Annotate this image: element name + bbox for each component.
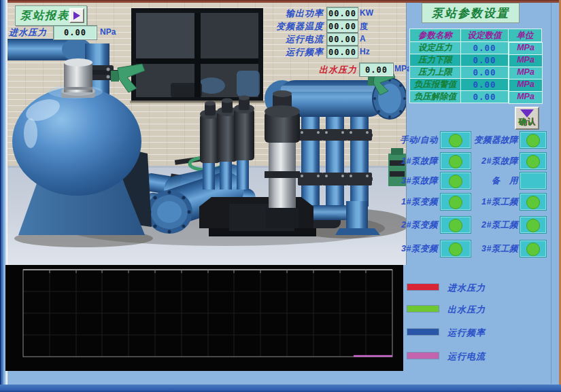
- lamp-pump3-mains: [520, 240, 546, 257]
- lamp-pump2-mains: [520, 217, 546, 233]
- output-power-unit: KW: [360, 8, 373, 18]
- play-triangle-icon: [73, 12, 80, 20]
- indicator-label-vfd-fault: 变频器故障: [471, 135, 518, 145]
- run-current-unit: A: [360, 34, 366, 43]
- neg-pressure-alarm-input[interactable]: 0.00: [461, 79, 509, 91]
- bottom-frame-bar: [0, 385, 561, 392]
- report-nav-box[interactable]: [69, 8, 84, 23]
- inverter-temp-value: 00.00: [326, 20, 358, 33]
- neg-pressure-release-input[interactable]: 0.00: [461, 91, 509, 103]
- run-frequency-unit: Hz: [360, 47, 370, 56]
- lamp-pump2-vfd: [441, 217, 471, 233]
- report-button-label: 泵站报表: [20, 9, 69, 23]
- legend-swatch-inlet-pressure: [407, 284, 439, 290]
- lamp-pump1-mains: [520, 194, 546, 210]
- outlet-pressure-label: 出水压力: [303, 64, 357, 76]
- table-row: 压力上限 0.00 MPa: [410, 67, 542, 79]
- run-current-value: 00.00: [326, 33, 358, 46]
- indicator-label-pump2-mains: 2#泵工频: [471, 219, 518, 230]
- output-power-value: 00.00: [326, 7, 358, 20]
- run-current-label: 运行电流: [264, 33, 324, 45]
- lamp-vfd-fault: [520, 132, 546, 148]
- table-row: 设定压力 0.00 MPa: [410, 42, 542, 54]
- outlet-pressure-value: 0.00: [359, 63, 394, 77]
- lamp-dot: [449, 196, 462, 209]
- lamp-pump3-fault: [441, 173, 471, 189]
- settings-table-header: 参数名称 设定数值 单位: [410, 29, 542, 42]
- confirm-button-label: 确认: [518, 116, 536, 128]
- indicator-label-pump3-vfd: 3#泵变频: [397, 243, 438, 254]
- lamp-pump2-fault: [520, 153, 546, 169]
- report-button[interactable]: 泵站报表: [15, 5, 87, 26]
- pump-motors: [200, 96, 254, 164]
- indicator-label-pump3-fault: 3#泵故障: [397, 175, 438, 186]
- header-param-name: 参数名称: [410, 29, 461, 42]
- run-frequency-label: 运行频率: [264, 46, 324, 58]
- table-row: 负压解除值 0.00 MPa: [410, 91, 542, 103]
- lamp-dot: [449, 134, 462, 147]
- lamp-dot: [449, 243, 462, 256]
- inverter-temp-unit: 度: [360, 21, 368, 33]
- inlet-pressure-label: 进水压力: [9, 26, 47, 39]
- output-power-label: 输出功率: [264, 7, 324, 19]
- lamp-spare: [520, 173, 546, 189]
- pressure-low-input[interactable]: 0.00: [461, 54, 509, 67]
- trend-chart: [5, 265, 403, 371]
- lamp-pump3-vfd: [441, 240, 471, 257]
- lamp-dot: [526, 243, 540, 256]
- lamp-dot: [526, 134, 540, 147]
- legend-swatch-run-frequency: [407, 329, 439, 335]
- inlet-pressure-unit: NPa: [100, 27, 116, 37]
- header-set-value: 设定数值: [461, 29, 509, 42]
- run-frequency-value: 00.00: [326, 46, 358, 58]
- indicator-label-spare: 备 用: [471, 175, 518, 186]
- settings-table: 参数名称 设定数值 单位 设定压力 0.00 MPa 压力下限 0.00 MPa…: [409, 29, 542, 103]
- indicator-label-pump1-vfd: 1#泵变频: [397, 196, 438, 207]
- panel-divider: [551, 3, 551, 384]
- indicator-label-pump1-mains: 1#泵工频: [471, 196, 518, 207]
- lamp-pump1-fault: [441, 153, 471, 169]
- indicator-label-manual-auto: 手动/自动: [397, 135, 438, 145]
- legend-swatch-run-current: [407, 353, 439, 359]
- lamp-dot: [526, 155, 540, 168]
- lamp-manual-auto: [441, 132, 471, 148]
- inlet-pressure-value: 0.00: [53, 25, 97, 40]
- legend-label-run-frequency: 运行频率: [447, 327, 486, 339]
- table-row: 压力下限 0.00 MPa: [410, 54, 542, 67]
- legend-swatch-outlet-pressure: [407, 306, 439, 312]
- inverter-temp-label: 变频器温度: [264, 20, 324, 32]
- indicator-label-pump3-mains: 3#泵工频: [471, 243, 518, 254]
- pressure-high-input[interactable]: 0.00: [461, 67, 509, 79]
- lamp-dot: [526, 196, 540, 209]
- header-unit: 单位: [509, 29, 542, 42]
- legend-label-run-current: 运行电流: [447, 351, 486, 363]
- lamp-pump1-vfd: [441, 194, 471, 210]
- outlet-pressure-unit: MPa: [394, 64, 411, 73]
- lamp-dot: [526, 219, 540, 232]
- table-row: 负压报警值 0.00 MPa: [410, 79, 542, 91]
- indicator-label-pump1-fault: 1#泵故障: [397, 156, 438, 166]
- settings-panel-title: 泵站参数设置: [422, 3, 520, 23]
- legend-label-inlet-pressure: 进水压力: [447, 282, 486, 294]
- set-pressure-input[interactable]: 0.00: [461, 42, 509, 54]
- wall-window: [130, 8, 265, 103]
- trend-chart-plot: [5, 265, 403, 371]
- confirm-button[interactable]: 确认: [515, 107, 539, 130]
- lamp-dot: [449, 219, 462, 232]
- main-vertical-pump: [265, 90, 300, 228]
- legend-label-outlet-pressure: 出水压力: [447, 304, 486, 316]
- indicator-label-pump2-fault: 2#泵故障: [471, 156, 518, 166]
- pump-station-hmi-screen: 泵站报表 进水压力 0.00 NPa 输出功率 00.00 KW 变频器温度 0…: [0, 0, 561, 392]
- lamp-dot: [449, 175, 462, 188]
- lamp-dot: [449, 155, 462, 168]
- indicator-label-pump2-vfd: 2#泵变频: [397, 219, 438, 230]
